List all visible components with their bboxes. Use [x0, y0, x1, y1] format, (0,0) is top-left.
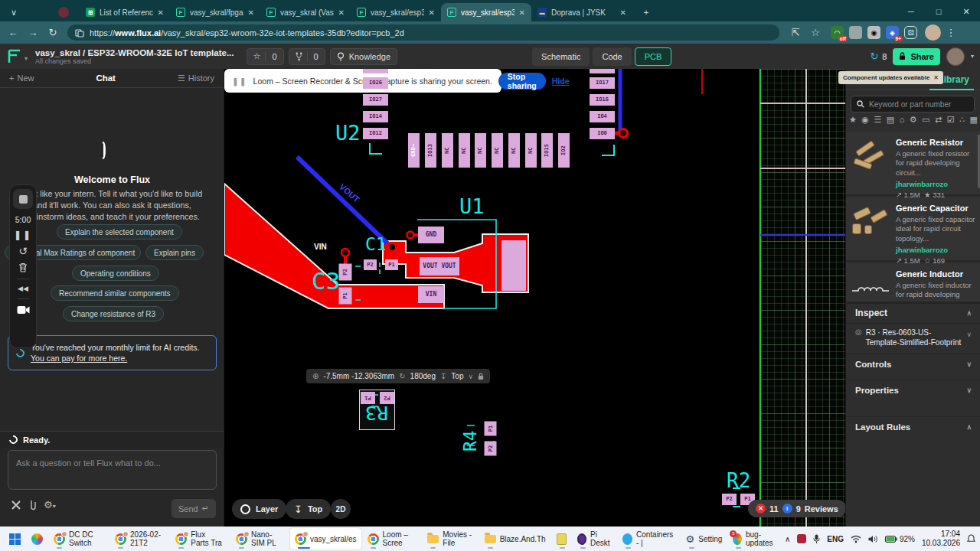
minimize-button[interactable]: ─ — [897, 2, 925, 21]
library-item-capacitor[interactable]: Generic Capacitor A generic fixed capaci… — [846, 197, 980, 262]
pad-c1-p1[interactable]: P1 — [385, 259, 398, 270]
chip-explain-pins[interactable]: Explain pins — [145, 245, 204, 260]
chip-recommend-similar[interactable]: Recommend similar components — [51, 285, 179, 301]
pad-io12[interactable]: IO12 — [363, 128, 388, 139]
site-info-icon[interactable] — [75, 28, 84, 37]
taskbar-item-chrome-1[interactable]: DC DC Switch — [49, 528, 109, 549]
via[interactable] — [619, 129, 628, 138]
pad-io4[interactable]: IO4 — [590, 111, 615, 122]
user-filter-icon[interactable]: ◉ — [861, 115, 869, 125]
chip-operating-conditions[interactable]: Operating conditions — [72, 266, 159, 281]
close-tab-icon[interactable]: ✕ — [158, 8, 164, 17]
author-link[interactable]: jharwinbarrozo — [896, 246, 976, 254]
pad-u1-vin[interactable]: VIN — [418, 286, 444, 303]
close-window-button[interactable]: ✕ — [952, 2, 980, 21]
layout-rules-row[interactable]: Layout Rules∧ — [846, 416, 980, 436]
pay-more-link[interactable]: You can pay for more here. — [31, 354, 127, 363]
taskbar-item-pidesktop[interactable]: Pi Deskt — [573, 528, 617, 549]
pad-io2[interactable]: IO2 — [558, 133, 570, 168]
taskbar-item-chrome-3[interactable]: Flux Parts Tra — [171, 528, 230, 549]
toast-close-icon[interactable]: ✕ — [933, 74, 939, 81]
collapse-chevron-icon[interactable]: ∧ — [966, 423, 972, 431]
pad-io13[interactable]: IO13 — [425, 133, 436, 168]
avatar-menu-chevron-icon[interactable]: ▾ — [971, 53, 974, 60]
flux-menu-chevron-icon[interactable]: ▾ — [24, 55, 28, 62]
language-indicator[interactable]: ENG — [827, 535, 844, 543]
pad-u1-right[interactable] — [501, 240, 526, 291]
back-icon[interactable]: ← — [3, 27, 23, 38]
tab-flux-profile[interactable]: Fvasy_skral (Vasyl Skral) - Flux✕ — [260, 3, 351, 21]
tab-pcb[interactable]: PCB — [635, 47, 672, 66]
new-chat-button[interactable]: +New — [9, 73, 34, 83]
pad-io27[interactable]: IO27 — [363, 94, 388, 106]
expand-chevron-icon[interactable]: ∨ — [966, 386, 972, 394]
taskbar-item-settings[interactable]: ⚙Setting — [681, 528, 727, 549]
restart-recording-icon[interactable]: ↺ — [18, 246, 28, 256]
pad-u1-gnd[interactable]: GND — [418, 227, 444, 243]
microphone-icon[interactable] — [813, 534, 820, 544]
list-filter-icon[interactable]: ☰ — [874, 115, 881, 125]
tab-code[interactable]: Code — [593, 47, 631, 66]
pad-c3-p1[interactable]: P1 — [339, 288, 352, 305]
tab-jysk[interactable]: ▬Doprava | JYSK✕ — [531, 3, 632, 21]
component-sync-button[interactable]: ↻8 — [870, 51, 887, 62]
refdes-r4[interactable]: R4 — [462, 430, 479, 452]
refdes-c3[interactable]: C3 — [312, 269, 340, 293]
taskbar-item-chrome-2[interactable]: 2026-02-21T2 — [110, 528, 169, 549]
close-tab-icon[interactable]: ✕ — [519, 8, 525, 17]
taskbar-item-bug-updates[interactable]: 5 bug-updates — [728, 528, 783, 549]
footprint-filter-icon[interactable]: ∴ — [959, 115, 965, 125]
delete-recording-icon[interactable] — [18, 262, 28, 272]
send-to-device-icon[interactable]: ⇱ — [786, 27, 805, 38]
pad-nc[interactable]: NC — [475, 133, 486, 168]
flux-logo[interactable] — [6, 49, 23, 64]
chip-explain-component[interactable]: Explain the selected component — [57, 224, 182, 240]
pad-c3-p2[interactable]: P2 — [339, 264, 352, 281]
via[interactable] — [388, 243, 397, 252]
tab-search-icon[interactable]: ∨ — [0, 3, 28, 21]
pad-io15[interactable]: IO15 — [541, 133, 553, 168]
cart-filter-icon[interactable]: ▤ — [887, 115, 894, 125]
bookmark-star-icon[interactable]: ☆ — [805, 27, 825, 38]
close-tab-icon[interactable]: ✕ — [338, 8, 345, 17]
pad-io17[interactable]: IO17 — [590, 77, 615, 89]
tab-flux-fpga[interactable]: Fvasy_skral/fpga-vga-controller-✕ — [170, 3, 260, 21]
taskbar-item-movies[interactable]: Movies - File — [423, 528, 478, 549]
coordinate-toolbar[interactable]: ⊕ -7.5mm -12.3063mm ↻ 180deg ↧ Top ∨ — [306, 369, 490, 383]
grid-filter-icon[interactable]: ▦ — [969, 115, 977, 125]
gear-filter-icon[interactable]: ⚙ — [910, 115, 917, 125]
share-button[interactable]: Share — [893, 48, 940, 65]
library-item-inductor[interactable]: Generic Inductor A generic fixed inducto… — [846, 263, 980, 303]
author-link[interactable]: jharwinbarrozo — [896, 180, 976, 188]
address-bar[interactable]: https://www.flux.ai/vasy_skral/esp32-wro… — [67, 24, 779, 41]
refdes-u2[interactable]: U2 — [335, 122, 361, 143]
rewind-icon[interactable]: ◀◀ — [18, 285, 28, 292]
inspect-component-row[interactable]: ◎R3 · Res-0603-US-Template-Simlified-Foo… — [846, 323, 980, 352]
copilot-button[interactable] — [27, 528, 47, 549]
via[interactable] — [341, 249, 349, 256]
user-avatar[interactable] — [946, 47, 965, 66]
pad-io0[interactable]: IO0 — [590, 128, 615, 139]
taskbar-item-chrome-active[interactable]: vasy_skral/es — [290, 528, 361, 549]
browser-menu-icon[interactable]: ⋮ — [941, 27, 961, 38]
chip-change-resistance[interactable]: Change resistance of R3 — [63, 306, 164, 321]
reviews-badge[interactable]: ✕ 11 i 9 Reviews — [748, 500, 845, 517]
tray-chevron-icon[interactable]: ∧ — [785, 535, 790, 543]
pad-io16[interactable]: IO16 — [590, 94, 615, 106]
pad-c1-p2[interactable]: P2 — [364, 259, 377, 270]
new-tab-button[interactable]: + — [632, 3, 660, 21]
tab-sheets[interactable]: ⊞List of Reference Design(vasy_s✕ — [80, 3, 170, 21]
lock-icon[interactable] — [478, 373, 484, 380]
battery-indicator[interactable]: 92% — [885, 535, 915, 543]
inspect-controls-row[interactable]: Controls∨ — [846, 354, 980, 373]
taskbar-item-app[interactable] — [552, 528, 571, 549]
layer-button[interactable]: Layer — [232, 499, 286, 519]
extension-icon[interactable]: ◠off — [831, 26, 844, 39]
knowledge-button[interactable]: Knowledge — [330, 48, 397, 65]
tray-app-icon[interactable] — [797, 534, 806, 543]
taskbar-item-chrome-4[interactable]: Nano-SIM PL — [231, 528, 289, 549]
manufacturer-filter-icon[interactable]: ⌂ — [900, 115, 905, 125]
pad-nc[interactable]: NC — [508, 133, 520, 168]
pcb-canvas[interactable]: IO26 IO27 IO14 IO12 GND→ IO13 NC NC NC N… — [224, 69, 845, 527]
refdes-u1[interactable]: U1 — [459, 196, 485, 217]
